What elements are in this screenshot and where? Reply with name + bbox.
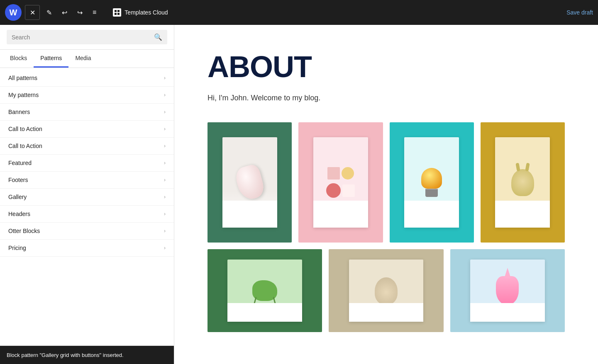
gallery-inner-card-2 (313, 137, 368, 228)
gallery-cell-7 (450, 249, 565, 332)
tab-media[interactable]: Media (68, 50, 98, 68)
chevron-right-icon: › (164, 160, 166, 166)
white-bottom-5 (227, 303, 302, 322)
gallery-inner-card-5 (227, 260, 302, 322)
undo-button[interactable]: ↩ (59, 6, 71, 19)
deer-object (511, 169, 534, 196)
svg-rect-0 (115, 10, 117, 12)
toolbar: W ✕ ✎ ↩ ↪ ≡ Templates Cloud Save draft (0, 0, 598, 25)
page-subtitle: Hi, I'm John. Welcome to my blog. (207, 94, 565, 102)
gallery-cell-3 (390, 122, 474, 243)
wp-logo[interactable]: W (5, 4, 22, 21)
sidebar-item-pricing[interactable]: Pricing › (0, 240, 174, 257)
gallery-inner-card-4 (495, 137, 550, 228)
svg-rect-3 (117, 13, 120, 15)
gallery-cell-4 (481, 122, 565, 243)
gallery-inner-card-3 (404, 137, 459, 228)
redo-icon: ↪ (77, 9, 83, 17)
chevron-right-icon: › (164, 211, 166, 217)
chevron-right-icon: › (164, 194, 166, 200)
cricket-object (252, 280, 277, 301)
gallery-inner-card-6 (349, 260, 424, 322)
pen-icon: ✎ (46, 9, 52, 17)
wp-logo-icon: W (10, 8, 17, 17)
white-bottom-3 (404, 201, 459, 228)
chevron-right-icon: › (164, 228, 166, 234)
chevron-right-icon: › (164, 177, 166, 183)
content-area: ABOUT Hi, I'm John. Welcome to my blog. (174, 25, 598, 364)
chevron-right-icon: › (164, 126, 166, 132)
notification-message: Block pattern "Gallery grid with buttons… (7, 352, 124, 358)
chevron-right-icon: › (164, 92, 166, 98)
templates-cloud-label: Templates Cloud (124, 9, 168, 16)
chevron-right-icon: › (164, 109, 166, 115)
tab-patterns[interactable]: Patterns (34, 50, 68, 68)
chevron-right-icon: › (164, 245, 166, 251)
close-icon: ✕ (30, 9, 35, 17)
svg-rect-2 (115, 13, 117, 15)
gallery-grid-top (207, 122, 565, 243)
gallery-cell-6 (329, 249, 443, 332)
notification-bar: Block pattern "Gallery grid with buttons… (0, 346, 174, 364)
pen-button[interactable]: ✎ (43, 6, 55, 19)
gallery-cell-5 (207, 249, 322, 332)
menu-icon: ≡ (93, 9, 96, 16)
sidebar-item-featured[interactable]: Featured › (0, 155, 174, 172)
redo-button[interactable]: ↪ (74, 6, 86, 19)
chevron-right-icon: › (164, 143, 166, 149)
main-layout: 🔍 Blocks Patterns Media All patterns › (0, 25, 598, 364)
cake-4 (342, 184, 355, 197)
save-draft-button[interactable]: Save draft (566, 9, 593, 16)
white-bottom-6 (349, 303, 424, 322)
search-icon: 🔍 (154, 33, 162, 41)
sidebar-item-banners[interactable]: Banners › (0, 104, 174, 121)
sidebar-item-otter-blocks[interactable]: Otter Blocks › (0, 223, 174, 240)
sidebar-item-headers[interactable]: Headers › (0, 206, 174, 223)
pattern-list: All patterns › My patterns › Banners › C… (0, 68, 174, 346)
sidebar-item-call-to-action-1[interactable]: Call to Action › (0, 121, 174, 138)
sidebar-item-call-to-action-2[interactable]: Call to Action › (0, 138, 174, 155)
white-bottom-4 (495, 201, 550, 228)
gallery-cell-1 (207, 122, 292, 243)
page-title: ABOUT (207, 50, 565, 84)
undo-icon: ↩ (62, 9, 67, 17)
svg-rect-1 (117, 10, 120, 12)
white-bottom-7 (470, 303, 545, 322)
white-bottom-1 (222, 201, 277, 228)
bulb-object (421, 168, 442, 197)
save-draft-label: Save draft (566, 9, 593, 16)
antler-object (375, 277, 398, 304)
cake-1 (327, 167, 340, 180)
search-container: 🔍 (0, 25, 174, 50)
cake-3 (326, 183, 341, 198)
sidebar-item-gallery[interactable]: Gallery › (0, 189, 174, 206)
gallery-grid-bottom (207, 249, 565, 332)
tab-blocks[interactable]: Blocks (3, 50, 34, 68)
search-box: 🔍 (7, 30, 167, 44)
templates-cloud-button[interactable]: Templates Cloud (106, 5, 174, 20)
sidebar-item-footers[interactable]: Footers › (0, 172, 174, 189)
cake-2 (342, 167, 354, 180)
gallery-inner-card-1 (222, 137, 277, 228)
tabs-bar: Blocks Patterns Media (0, 50, 174, 68)
white-bottom-2 (313, 201, 368, 228)
close-button[interactable]: ✕ (25, 5, 40, 20)
menu-button[interactable]: ≡ (89, 6, 100, 19)
cakes-object (324, 166, 357, 199)
bulb-base (425, 189, 438, 197)
gallery-cell-2 (298, 122, 383, 243)
unicorn-object (496, 276, 519, 305)
sidebar: 🔍 Blocks Patterns Media All patterns › (0, 25, 174, 364)
sidebar-item-my-patterns[interactable]: My patterns › (0, 87, 174, 104)
chevron-right-icon: › (164, 75, 166, 81)
crystal-object (233, 163, 266, 202)
sidebar-item-all-patterns[interactable]: All patterns › (0, 70, 174, 87)
search-input[interactable] (12, 34, 151, 41)
gallery-inner-card-7 (470, 260, 545, 322)
templates-cloud-icon (113, 8, 121, 17)
bulb-top (421, 168, 442, 189)
pattern-list-inner: All patterns › My patterns › Banners › C… (0, 68, 174, 258)
